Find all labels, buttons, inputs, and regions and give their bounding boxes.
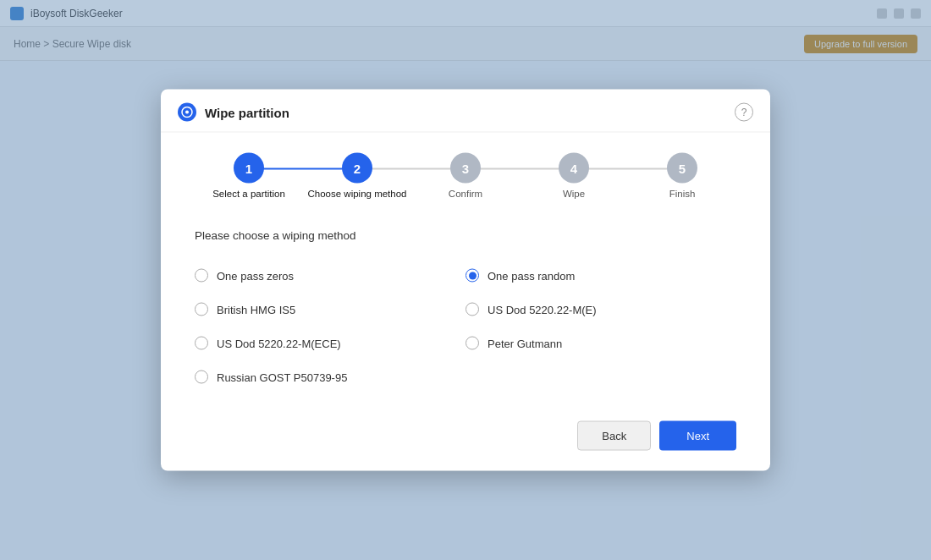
step-2: 2 Choose wiping method [303, 153, 411, 199]
radio-peter-gutmann[interactable] [466, 337, 479, 350]
option-russian-gost[interactable]: Russian GOST P50739-95 [195, 360, 466, 394]
step-5-label: Finish [669, 189, 696, 199]
radio-us-dod-ece[interactable] [195, 337, 208, 350]
option-us-dod-e[interactable]: US Dod 5220.22-M(E) [466, 293, 736, 327]
step-4-circle: 4 [559, 153, 589, 184]
label-one-pass-random: One pass random [488, 269, 575, 282]
radio-us-dod-e[interactable] [466, 303, 479, 316]
step-1-circle: 1 [234, 153, 264, 184]
radio-one-pass-zeros[interactable] [195, 269, 208, 283]
disk-icon [181, 107, 193, 118]
option-one-pass-zeros[interactable]: One pass zeros [195, 259, 466, 293]
section-title: Please choose a wiping method [195, 229, 736, 242]
option-british-hmg[interactable]: British HMG IS5 [195, 293, 466, 327]
step-5-circle: 5 [667, 153, 697, 184]
step-3-label: Confirm [449, 189, 482, 199]
stepper: 1 Select a partition 2 Choose wiping met… [161, 133, 770, 212]
step-3: 3 Confirm [411, 153, 520, 199]
step-1: 1 Select a partition [195, 153, 303, 199]
option-one-pass-random[interactable]: One pass random [466, 259, 736, 293]
step-2-circle: 2 [342, 153, 372, 184]
wipe-partition-modal: Wipe partition ? 1 Select a partition 2 … [161, 90, 770, 471]
options-grid: One pass zeros One pass random British H… [195, 259, 736, 394]
step-3-circle: 3 [450, 153, 481, 184]
modal-footer: Back Next [161, 394, 770, 451]
back-button[interactable]: Back [577, 421, 651, 451]
option-us-dod-ece[interactable]: US Dod 5220.22-M(ECE) [195, 327, 466, 360]
label-us-dod-ece: US Dod 5220.22-M(ECE) [217, 337, 341, 349]
step-2-label: Choose wiping method [308, 189, 407, 199]
next-button[interactable]: Next [659, 421, 736, 451]
step-4-label: Wipe [563, 189, 585, 199]
radio-russian-gost[interactable] [195, 371, 208, 384]
label-russian-gost: Russian GOST P50739-95 [217, 371, 347, 383]
label-peter-gutmann: Peter Gutmann [488, 337, 562, 349]
radio-british-hmg[interactable] [195, 303, 208, 316]
label-british-hmg: British HMG IS5 [217, 303, 295, 316]
modal-title: Wipe partition [205, 105, 289, 119]
modal-header: Wipe partition ? [161, 90, 770, 133]
svg-point-1 [185, 111, 189, 114]
modal-body: Please choose a wiping method One pass z… [161, 212, 770, 394]
step-4: 4 Wipe [520, 153, 628, 199]
radio-one-pass-random[interactable] [466, 269, 479, 283]
step-5: 5 Finish [628, 153, 736, 199]
option-peter-gutmann[interactable]: Peter Gutmann [466, 327, 736, 360]
step-1-label: Select a partition [212, 189, 285, 199]
help-button[interactable]: ? [735, 103, 753, 122]
label-one-pass-zeros: One pass zeros [217, 269, 294, 282]
label-us-dod-e: US Dod 5220.22-M(E) [488, 303, 597, 316]
modal-icon [178, 103, 196, 122]
